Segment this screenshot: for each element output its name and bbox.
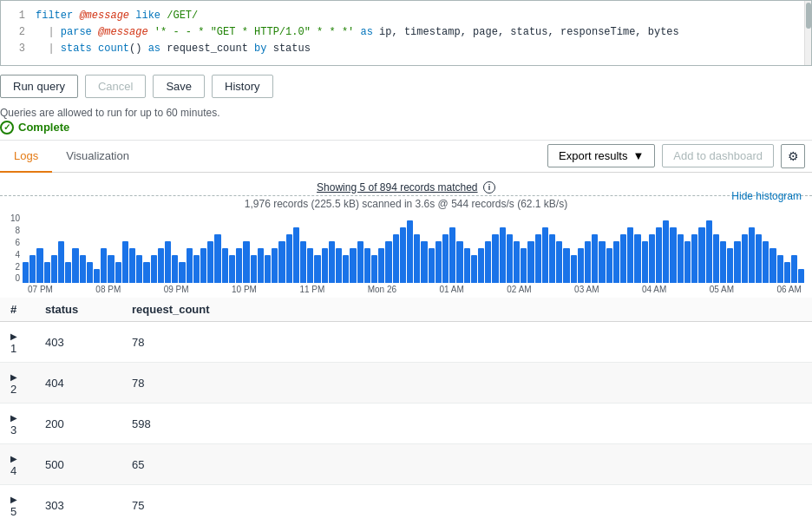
y-label-4: 4 [7,250,20,259]
expand-button-2[interactable]: ▶ [10,372,17,382]
cell-count-4: 65 [121,444,812,485]
bar-28 [222,248,228,283]
table-row: ▶ 5 303 75 [0,485,812,525]
cell-status-2: 404 [35,363,121,404]
bar-7 [72,248,78,283]
bar-50 [378,248,384,283]
x-label-06am: 06 AM [777,285,802,294]
y-label-6: 6 [7,238,20,247]
bar-58 [435,241,442,283]
cell-count-1: 78 [121,322,812,363]
bar-78 [578,248,584,283]
expand-button-1[interactable]: ▶ [10,331,17,341]
editor-scrollbar[interactable] [804,1,811,65]
export-label: Export results [559,149,627,162]
bar-104 [763,241,769,283]
cell-expand-2: ▶ 2 [0,363,35,404]
bar-15 [129,248,135,283]
bar-18 [151,255,157,283]
export-results-button[interactable]: Export results ▼ [547,144,655,167]
query-toolbar: Run query Cancel Save History [0,66,812,103]
code-editor[interactable]: 1 filter @message like /GET/ 2 | parse @… [0,0,812,66]
bar-68 [507,234,513,283]
bar-16 [136,255,142,283]
tab-visualization[interactable]: Visualization [52,141,143,173]
bar-30 [236,248,242,283]
bar-67 [500,227,506,283]
y-label-0: 0 [7,273,20,283]
bar-3 [44,262,50,283]
add-to-dashboard-button[interactable]: Add to dashboard [662,144,774,167]
table-body: ▶ 1 403 78 ▶ 2 404 78 ▶ 3 200 598 ▶ 4 [0,322,812,525]
bar-107 [784,262,790,283]
bar-27 [214,234,220,283]
expand-button-5[interactable]: ▶ [10,495,17,504]
line-number-1: 1 [8,8,25,24]
code-line-1: 1 filter @message like /GET/ [1,8,811,24]
query-info-text: Queries are allowed to run for up to 60 … [0,107,219,119]
y-label-8: 8 [7,226,20,235]
bar-45 [343,255,349,283]
bar-6 [65,262,71,283]
bar-47 [357,241,363,283]
bar-94 [691,234,697,283]
bar-80 [592,234,598,283]
y-label-2: 2 [7,262,20,272]
bar-26 [207,241,213,283]
expand-button-3[interactable]: ▶ [10,413,17,423]
bar-37 [286,234,292,283]
x-label-04am: 04 AM [642,285,666,294]
settings-button[interactable]: ⚙ [781,144,805,168]
x-axis: 07 PM 08 PM 09 PM 10 PM 11 PM Mon 26 01 … [10,283,802,294]
bar-19 [158,248,164,283]
bar-89 [656,227,662,283]
tab-logs[interactable]: Logs [0,141,52,173]
histogram-area: Hide histogram Showing 5 of 894 records … [0,173,812,525]
x-label-08pm: 08 PM [95,285,121,294]
expand-button-4[interactable]: ▶ [10,454,17,463]
bar-65 [485,241,491,283]
bar-54 [407,220,413,283]
bar-72 [535,234,541,283]
bar-52 [393,234,399,283]
history-button[interactable]: History [212,75,272,98]
cell-status-1: 403 [35,322,121,363]
bar-102 [749,227,755,283]
bar-20 [165,241,171,283]
query-status-bar: Queries are allowed to run for up to 60 … [0,103,812,140]
bar-53 [400,227,406,283]
bar-48 [364,248,370,283]
bar-24 [193,255,200,283]
bar-88 [649,234,655,283]
bar-9 [87,262,93,283]
save-button[interactable]: Save [153,75,205,98]
bar-85 [627,227,633,283]
bar-43 [329,241,335,283]
histogram-chart [23,213,805,283]
bar-49 [371,255,377,283]
bar-8 [80,255,86,283]
bar-73 [542,227,548,283]
cell-status-5: 303 [35,485,121,525]
bar-41 [314,255,320,283]
bar-1 [29,255,36,283]
bar-75 [556,241,562,283]
run-query-button[interactable]: Run query [0,75,78,98]
bar-109 [798,269,804,283]
histogram-subtitle: 1,976 records (225.5 kB) scanned in 3.6s… [0,195,812,210]
bar-5 [58,241,64,283]
cancel-button[interactable]: Cancel [85,75,146,98]
info-icon[interactable]: i [483,181,495,194]
bar-86 [634,234,640,283]
bar-4 [51,255,57,283]
bar-63 [471,255,477,283]
hide-histogram-link[interactable]: Hide histogram [731,190,802,202]
bar-92 [678,234,684,283]
bar-36 [278,241,285,283]
bar-98 [720,241,726,283]
table-row: ▶ 4 500 65 [0,444,812,485]
bar-84 [620,234,626,283]
code-line-3: 3 | stats count() as request_count by st… [1,41,811,57]
bar-66 [492,234,498,283]
bar-59 [442,234,449,283]
